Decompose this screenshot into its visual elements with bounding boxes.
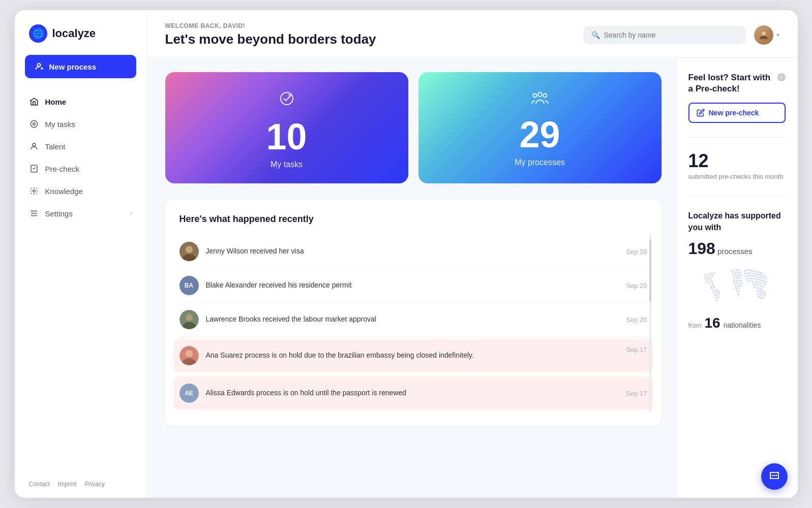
activity-scroll-container: Jenny Wilson received her visa Sep 20 BA xyxy=(179,235,647,412)
activity-item-highlight: AE Alissa Edwards process is on hold unt… xyxy=(173,376,653,410)
svg-point-21 xyxy=(281,92,293,105)
svg-point-33 xyxy=(706,274,708,276)
sidebar-item-precheck-label: Pre-check xyxy=(45,165,80,173)
tasks-count: 10 xyxy=(266,118,307,155)
svg-point-143 xyxy=(762,286,764,288)
svg-point-62 xyxy=(717,297,719,299)
processes-card-icon xyxy=(531,90,549,108)
svg-point-120 xyxy=(762,277,764,279)
svg-point-150 xyxy=(761,290,763,292)
svg-point-124 xyxy=(750,278,753,280)
search-input[interactable] xyxy=(604,31,738,39)
svg-point-103 xyxy=(760,272,762,274)
svg-point-137 xyxy=(761,282,763,284)
svg-point-131 xyxy=(746,280,748,282)
new-precheck-button[interactable]: New pre-check xyxy=(688,103,786,123)
svg-point-63 xyxy=(715,300,717,302)
info-icon[interactable]: i xyxy=(777,73,786,81)
sidebar-item-tasks-label: My tasks xyxy=(45,120,75,129)
activity-item-highlight: Ana Suarez process is on hold due to the… xyxy=(173,339,653,372)
svg-point-81 xyxy=(737,280,739,282)
svg-point-135 xyxy=(756,281,758,283)
sidebar-item-settings-label: Settings xyxy=(45,209,73,218)
processes-label: processes xyxy=(717,247,752,256)
sidebar-item-knowledge[interactable]: Knowledge xyxy=(15,180,146,202)
recent-title: Here's what happened recently xyxy=(179,214,647,225)
from-text: from xyxy=(688,322,702,329)
svg-point-101 xyxy=(756,271,758,273)
svg-point-77 xyxy=(736,277,738,279)
svg-point-108 xyxy=(754,274,756,276)
sidebar-item-pre-check[interactable]: Pre-check xyxy=(15,157,146,180)
nat-count: 16 xyxy=(705,315,720,331)
svg-point-118 xyxy=(757,276,759,278)
svg-point-36 xyxy=(713,272,715,274)
user-plus-icon xyxy=(35,62,44,71)
svg-point-58 xyxy=(714,295,716,297)
svg-point-37 xyxy=(704,277,706,279)
nationalities-row: from 16 nationalities xyxy=(688,315,786,331)
svg-point-148 xyxy=(756,291,758,293)
svg-point-55 xyxy=(713,293,715,295)
svg-point-127 xyxy=(758,278,760,280)
activity-item: BA Blake Alexander received his residenc… xyxy=(179,269,647,303)
activity-content: Ana Suarez process is on hold due to the… xyxy=(206,351,619,361)
submitted-section: 12 submitted pre-checks this month xyxy=(688,152,786,181)
svg-point-140 xyxy=(755,283,757,285)
ana-avatar xyxy=(179,346,199,365)
svg-point-67 xyxy=(738,270,740,272)
search-box[interactable]: 🔍 xyxy=(583,26,746,44)
app-container: 🌐 localyze New process Home xyxy=(15,10,798,498)
svg-point-136 xyxy=(759,282,761,284)
processes-count: 29 xyxy=(519,116,560,153)
sidebar-item-my-tasks[interactable]: My tasks xyxy=(15,113,146,135)
svg-point-41 xyxy=(705,279,707,281)
sidebar-item-home[interactable]: Home xyxy=(15,90,146,113)
svg-point-117 xyxy=(755,276,757,278)
header: WELCOME BACK, DAVID! Let's move beyond b… xyxy=(147,10,798,58)
footer-contact[interactable]: Contact xyxy=(29,481,50,488)
svg-point-144 xyxy=(753,286,755,288)
sidebar: 🌐 localyze New process Home xyxy=(15,10,147,498)
svg-point-90 xyxy=(735,288,737,290)
nav: Home My tasks xyxy=(15,90,146,470)
svg-point-114 xyxy=(747,275,749,277)
sidebar-item-talent[interactable]: Talent xyxy=(15,135,146,157)
svg-point-43 xyxy=(710,278,712,280)
search-icon: 🔍 xyxy=(591,31,600,39)
new-process-button[interactable]: New process xyxy=(25,55,136,78)
processes-card[interactable]: 29 My processes xyxy=(418,72,661,183)
svg-point-78 xyxy=(738,277,740,279)
svg-point-35 xyxy=(711,272,713,274)
svg-point-4 xyxy=(33,123,35,125)
new-precheck-label: New pre-check xyxy=(709,109,759,117)
svg-point-163 xyxy=(774,475,775,477)
chat-button[interactable] xyxy=(761,463,788,490)
logo-icon: 🌐 xyxy=(29,24,47,43)
svg-point-25 xyxy=(543,94,547,98)
svg-point-158 xyxy=(763,295,765,297)
edit-icon xyxy=(697,109,705,117)
svg-point-34 xyxy=(708,273,710,275)
welcome-text: WELCOME BACK, DAVID! xyxy=(165,22,583,29)
activity-item: Lawrence Brooks received the labour mark… xyxy=(179,303,647,337)
sidebar-item-talent-label: Talent xyxy=(45,142,66,151)
sidebar-item-settings[interactable]: Settings › xyxy=(15,202,146,225)
lawrence-avatar xyxy=(179,310,199,329)
svg-point-125 xyxy=(753,278,755,280)
footer-imprint[interactable]: Imprint xyxy=(58,481,77,488)
scrollbar-track xyxy=(649,235,651,412)
svg-point-110 xyxy=(759,274,761,276)
activity-item: Jenny Wilson received her visa Sep 20 xyxy=(179,235,647,269)
user-avatar-container[interactable]: ▾ xyxy=(754,25,779,45)
footer-privacy[interactable]: Privacy xyxy=(85,481,105,488)
svg-point-145 xyxy=(756,287,758,289)
content-wrapper: 10 My tasks xyxy=(147,58,798,498)
divider xyxy=(688,196,786,196)
tasks-card[interactable]: 10 My tasks xyxy=(165,72,408,183)
svg-point-119 xyxy=(760,276,762,278)
activity-content: Jenny Wilson received her visa xyxy=(206,246,619,257)
svg-point-160 xyxy=(762,297,764,299)
svg-point-84 xyxy=(736,282,738,284)
svg-point-39 xyxy=(709,275,711,277)
